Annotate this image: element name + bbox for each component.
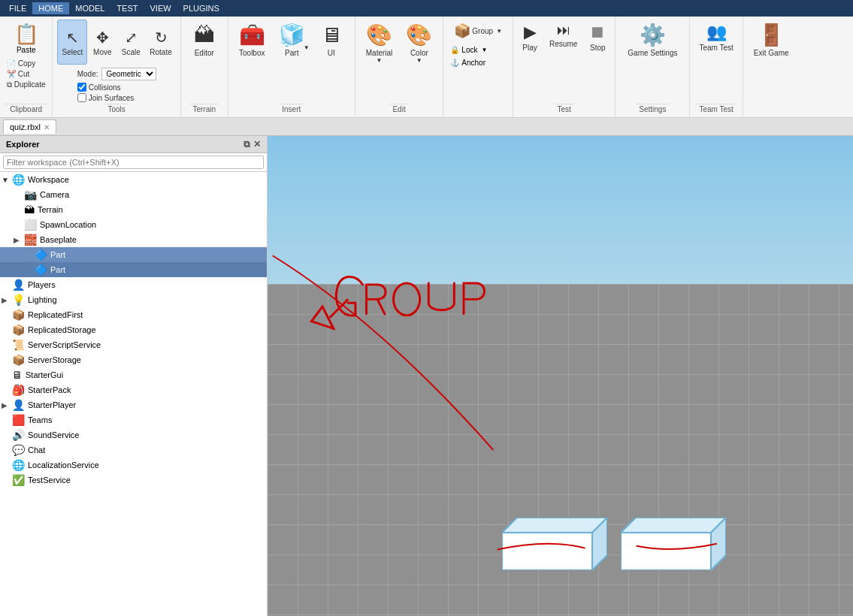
sss-label: ServerScriptService [28, 340, 101, 349]
tree-item-terrain[interactable]: 🏔 Terrain [0, 202, 267, 217]
terrain-tree-label: Terrain [38, 205, 63, 214]
ts-icon: ✅ [12, 474, 25, 486]
edit-section: 🎨 Material ▼ 🎨 Color ▼ Edit [355, 17, 444, 117]
tab-bar: quiz.rbxl ✕ [0, 118, 853, 136]
material-button[interactable]: 🎨 Material ▼ [360, 20, 399, 67]
anchor-button[interactable]: ⚓ Anchor [448, 57, 508, 68]
box1 [502, 518, 592, 555]
loc-label: LocalizationService [28, 460, 99, 470]
move-button[interactable]: ✥ Move [89, 20, 116, 65]
box2-svg [621, 518, 726, 570]
menu-view[interactable]: VIEW [144, 2, 177, 14]
stop-button[interactable]: ⏹ Stop [585, 20, 610, 55]
sg-icon: 🖥 [12, 369, 23, 381]
paste-button[interactable]: 📋 Paste [5, 20, 47, 57]
game-settings-button[interactable]: ⚙️ Game Settings [622, 20, 683, 61]
tree-item-baseplate[interactable]: ▶ 🧱 Baseplate [0, 232, 267, 247]
part2-label: Part [50, 265, 65, 274]
lock-button[interactable]: 🔒 Lock ▼ [448, 44, 508, 56]
box1-svg [502, 518, 607, 570]
resume-button[interactable]: ⏭ Resume [545, 20, 582, 55]
join-surfaces-checkbox[interactable] [77, 93, 86, 102]
search-input[interactable] [3, 156, 264, 169]
spawn-label: SpawnLocation [40, 220, 96, 229]
menu-plugins[interactable]: PLUGINS [177, 2, 225, 14]
part2-icon: 🔷 [35, 264, 47, 276]
viewport[interactable] [268, 136, 853, 616]
tree-item-starterpack[interactable]: 🎒 StarterPack [0, 382, 267, 397]
tab-quiz[interactable]: quiz.rbxl ✕ [3, 119, 56, 134]
rotate-button[interactable]: ↻ Rotate [146, 20, 175, 65]
teams-label: Teams [28, 415, 52, 424]
chat-icon: 💬 [12, 444, 25, 456]
clipboard-label: Clipboard [5, 104, 47, 114]
tree-item-part2[interactable]: 🔷 Part [0, 262, 267, 277]
color-button[interactable]: 🎨 Color ▼ [400, 20, 438, 67]
sound-label: SoundService [28, 430, 80, 439]
part1-icon: 🔷 [35, 249, 47, 261]
select-button[interactable]: ↖ Select [57, 20, 87, 65]
ui-button[interactable]: 🖥 UI [313, 20, 350, 60]
tree-item-testservice[interactable]: ✅ TestService [0, 473, 267, 488]
menu-file[interactable]: FILE [3, 2, 32, 14]
baseplate-icon: 🧱 [24, 234, 37, 246]
tab-close-icon[interactable]: ✕ [44, 123, 50, 131]
tree-item-startergui[interactable]: 🖥 StarterGui [0, 367, 267, 382]
collisions-checkbox[interactable] [77, 83, 86, 92]
settings-label: Settings [636, 104, 669, 114]
baseplate-label: Baseplate [40, 235, 77, 244]
tree-item-replicatedstorage[interactable]: 📦 ReplicatedStorage [0, 322, 267, 337]
explorer-float-icon[interactable]: ⧉ [243, 139, 250, 149]
mode-dropdown[interactable]: Geometric [101, 68, 156, 80]
sg-label: StarterGui [26, 370, 63, 379]
explorer-search [0, 153, 267, 172]
rf-icon: 📦 [12, 309, 25, 321]
sp-label: StarterPack [28, 385, 71, 394]
tree-item-camera[interactable]: 📷 Camera [0, 187, 267, 202]
explorer-close-icon[interactable]: ✕ [253, 139, 261, 149]
test-section: ▶ Play ⏭ Resume ⏹ Stop Test [513, 17, 616, 117]
play-button[interactable]: ▶ Play [518, 20, 542, 55]
loc-icon: 🌐 [12, 459, 25, 471]
part1-label: Part [50, 250, 65, 259]
terrain-section: 🏔 Editor Terrain [181, 17, 228, 117]
team-test-button[interactable]: 👥 Team Test [694, 20, 737, 56]
team-test-label: Team Test [696, 104, 736, 114]
tree-item-serverstorage[interactable]: 📦 ServerStorage [0, 352, 267, 367]
tree-item-starterplayer[interactable]: ▶ 👤 StarterPlayer [0, 397, 267, 412]
terrain-editor-button[interactable]: 🏔 Editor [186, 20, 223, 60]
cut-button[interactable]: ✂️ Cut [5, 69, 47, 79]
tree-item-spawnlocation[interactable]: ⬜ SpawnLocation [0, 217, 267, 232]
menu-home[interactable]: HOME [32, 2, 69, 14]
tree-item-serverscriptservice[interactable]: 📜 ServerScriptService [0, 337, 267, 352]
tree-item-part1[interactable]: 🔷 Part [0, 247, 267, 262]
menu-model[interactable]: MODEL [69, 2, 110, 14]
tree-item-soundservice[interactable]: 🔊 SoundService [0, 427, 267, 442]
tree-item-localizationservice[interactable]: 🌐 LocalizationService [0, 457, 267, 473]
svg-rect-1 [502, 533, 592, 570]
tree-item-replicatedfirst[interactable]: 📦 ReplicatedFirst [0, 307, 267, 322]
scale-button[interactable]: ⤢ Scale [117, 20, 144, 65]
svg-marker-5 [621, 518, 726, 533]
exit-game-button[interactable]: 🚪 Exit Game [748, 20, 795, 61]
menu-test[interactable]: TEST [110, 2, 144, 14]
duplicate-button[interactable]: ⧉ Duplicate [5, 80, 47, 90]
tools-section: ↖ Select ✥ Move ⤢ Scale ↻ Rotate Mode: G… [53, 17, 180, 117]
tree-item-lighting[interactable]: ▶ 💡 Lighting [0, 292, 267, 307]
lighting-label: Lighting [28, 295, 57, 304]
terrain-tree-icon: 🏔 [24, 204, 35, 216]
lighting-icon: 💡 [12, 294, 25, 306]
tree-item-teams[interactable]: 🟥 Teams [0, 412, 267, 427]
part-button[interactable]: 🧊 Part ▼ [273, 20, 311, 60]
tree-item-players[interactable]: 👤 Players [0, 277, 267, 292]
copy-button[interactable]: 📄 Copy [5, 59, 47, 68]
camera-icon: 📷 [24, 189, 37, 201]
toolbox-button[interactable]: 🧰 Toolbox [233, 20, 271, 60]
sky [268, 136, 853, 299]
tree-item-chat[interactable]: 💬 Chat [0, 442, 267, 457]
tree-item-workspace[interactable]: ▼ 🌐 Workspace [0, 172, 267, 187]
chat-label: Chat [28, 445, 45, 454]
group-button[interactable]: 📦 Group ▼ [448, 20, 508, 42]
baseplate-arrow: ▶ [14, 236, 24, 244]
workspace-arrow: ▼ [2, 176, 12, 184]
